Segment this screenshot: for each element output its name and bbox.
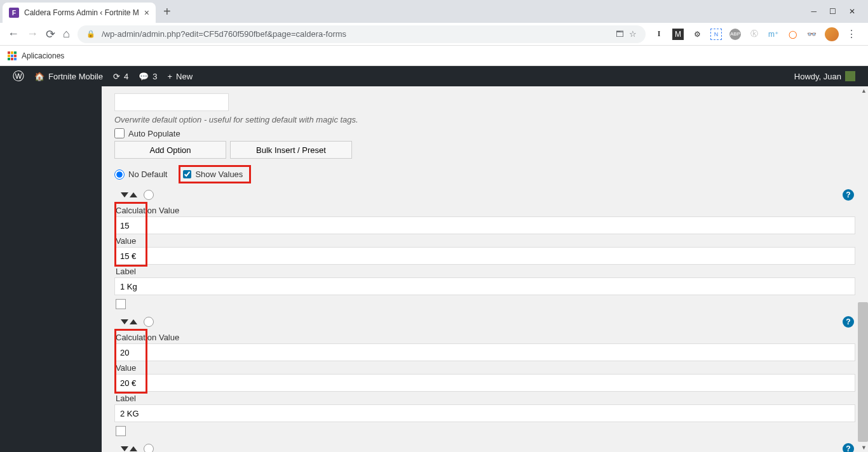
new-content-link[interactable]: + New <box>162 66 198 86</box>
ext-icon-6[interactable]: ⓚ <box>749 29 760 40</box>
ext-icon-2[interactable]: M <box>672 29 684 40</box>
show-values-checkbox-highlight[interactable]: Show Values <box>179 165 251 183</box>
new-tab-button[interactable]: + <box>163 4 171 19</box>
help-icon[interactable]: ? <box>843 443 854 452</box>
add-option-button[interactable]: Add Option <box>114 141 226 159</box>
maximize-icon[interactable]: ☐ <box>829 7 836 16</box>
drag-handle-icon[interactable] <box>121 192 137 197</box>
option-extra-checkbox[interactable] <box>116 299 126 309</box>
option-default-radio[interactable] <box>144 317 154 327</box>
auto-populate-checkbox[interactable] <box>114 128 125 138</box>
updates-count: 4 <box>124 72 128 81</box>
comments-count: 3 <box>153 72 157 81</box>
comments-link[interactable]: 💬 3 <box>133 66 162 86</box>
scrollbar-track[interactable]: ▲ ▼ <box>858 86 868 452</box>
new-label: New <box>176 72 193 81</box>
site-name-link[interactable]: 🏠 Fortnite Mobile <box>29 66 108 86</box>
lock-icon: 🔒 <box>86 30 95 38</box>
browser-tab[interactable]: F Caldera Forms Admin ‹ Fortnite M × <box>3 3 156 23</box>
ext-icon-1[interactable]: I <box>653 29 665 40</box>
browser-menu-icon[interactable]: ⋮ <box>846 28 857 40</box>
option-default-radio[interactable] <box>144 444 154 452</box>
translate-icon[interactable]: 🗔 <box>616 29 624 39</box>
helper-text: Overwrite default option - useful for se… <box>114 115 855 124</box>
option-extra-checkbox[interactable] <box>116 426 126 436</box>
drag-handle-icon[interactable] <box>121 319 137 324</box>
option-default-radio[interactable] <box>144 190 154 200</box>
calc-value-input[interactable] <box>114 343 855 361</box>
comment-icon: 💬 <box>139 72 149 81</box>
ext-icon-3[interactable]: ⚙ <box>691 29 703 40</box>
scrollbar-up-icon[interactable]: ▲ <box>861 88 867 94</box>
tab-title: Caldera Forms Admin ‹ Fortnite M <box>24 8 139 17</box>
bookmark-star-icon[interactable]: ☆ <box>629 29 637 39</box>
no-default-label: No Default <box>128 170 167 179</box>
value-label: Value <box>114 361 855 374</box>
show-values-label: Show Values <box>195 170 243 179</box>
value-label: Value <box>114 234 855 247</box>
drag-handle-icon[interactable] <box>121 446 137 451</box>
value-input[interactable] <box>114 374 855 392</box>
scrollbar-thumb[interactable] <box>858 302 868 442</box>
tab-favicon-icon: F <box>9 8 19 18</box>
ext-icon-4[interactable]: N <box>710 29 722 40</box>
calc-value-input[interactable] <box>114 216 855 234</box>
site-name: Fortnite Mobile <box>48 72 103 81</box>
label-input[interactable] <box>114 404 855 422</box>
tab-close-icon[interactable]: × <box>144 8 149 18</box>
scrollbar-down-icon[interactable]: ▼ <box>861 444 867 451</box>
forward-button[interactable]: → <box>27 27 38 41</box>
wp-logo[interactable]: ⓦ <box>8 66 29 86</box>
ext-icon-9[interactable]: 👓 <box>806 29 817 40</box>
howdy-text: Howdy, Juan <box>794 72 841 81</box>
bulk-insert-button[interactable]: Bulk Insert / Preset <box>230 141 352 159</box>
url-bar[interactable]: 🔒 /wp-admin/admin.php?edit=CF5d760f590fb… <box>78 25 646 43</box>
wp-admin-sidebar[interactable] <box>0 86 102 452</box>
ext-icon-8[interactable]: ◯ <box>787 29 798 40</box>
apps-grid-icon[interactable] <box>8 51 17 60</box>
ext-icon-7[interactable]: m⁺ <box>768 29 779 40</box>
user-avatar-icon <box>845 71 855 81</box>
label-label: Label <box>114 392 855 404</box>
plus-icon: + <box>167 72 172 81</box>
back-button[interactable]: ← <box>8 27 19 41</box>
howdy-user[interactable]: Howdy, Juan <box>789 71 860 81</box>
reload-button[interactable]: ⟳ <box>46 27 55 41</box>
url-text: /wp-admin/admin.php?edit=CF5d760f590fbef… <box>102 29 609 39</box>
label-input[interactable] <box>114 277 855 295</box>
minimize-icon[interactable]: ─ <box>811 7 817 16</box>
default-option-input[interactable] <box>114 93 229 111</box>
main-content: Overwrite default option - useful for se… <box>102 86 868 452</box>
no-default-radio[interactable]: No Default <box>114 170 167 180</box>
value-input[interactable] <box>114 247 855 265</box>
profile-avatar[interactable] <box>825 27 839 41</box>
wordpress-icon: ⓦ <box>13 69 24 84</box>
label-label: Label <box>114 265 855 277</box>
ext-icon-5[interactable]: ABP <box>729 29 741 40</box>
help-icon[interactable]: ? <box>843 316 854 328</box>
close-window-icon[interactable]: ✕ <box>849 7 855 16</box>
calc-value-label: Calculation Value <box>114 204 855 216</box>
refresh-icon: ⟳ <box>113 72 120 81</box>
calc-value-label: Calculation Value <box>114 331 855 343</box>
updates-link[interactable]: ⟳ 4 <box>108 66 133 86</box>
home-icon: 🏠 <box>34 72 44 81</box>
home-button[interactable]: ⌂ <box>63 27 70 41</box>
auto-populate-label: Auto Populate <box>128 129 180 138</box>
bookmarks-apps-label[interactable]: Aplicaciones <box>22 51 64 60</box>
help-icon[interactable]: ? <box>843 189 854 201</box>
